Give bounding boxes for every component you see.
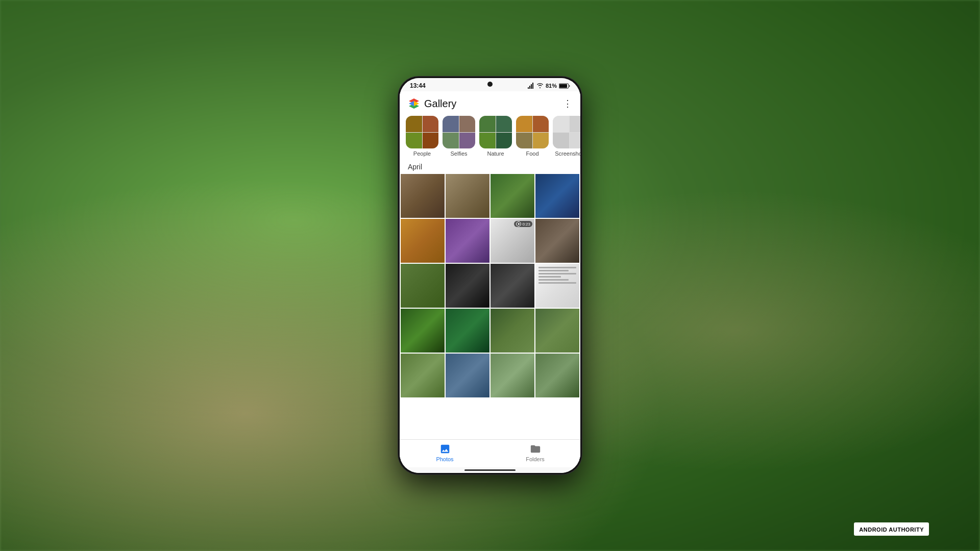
photo-cell-blackdog2[interactable] bbox=[491, 264, 534, 308]
photo-cell-blackdog[interactable] bbox=[446, 264, 489, 308]
photo-cell-food1[interactable] bbox=[401, 219, 445, 263]
signal-icon bbox=[527, 83, 534, 89]
camera-notch bbox=[487, 82, 493, 87]
home-indicator bbox=[400, 467, 580, 473]
home-bar bbox=[464, 469, 516, 471]
photo-cell-screen1[interactable] bbox=[535, 174, 579, 218]
category-screenshots[interactable]: Screenshot bbox=[553, 116, 580, 157]
grid-row-3 bbox=[401, 264, 579, 308]
gallery-logo-icon bbox=[408, 97, 420, 110]
grid-row-2: 0:23 bbox=[401, 219, 579, 263]
category-selfies-label: Selfies bbox=[450, 151, 467, 157]
status-time: 13:44 bbox=[410, 82, 426, 89]
wifi-icon bbox=[536, 83, 544, 88]
photo-cell-dog1[interactable] bbox=[401, 174, 445, 218]
photo-cell-letter[interactable] bbox=[535, 264, 579, 308]
bottom-nav: Photos Folders bbox=[400, 439, 580, 467]
folders-icon bbox=[530, 443, 541, 455]
nav-photos[interactable]: Photos bbox=[400, 443, 490, 462]
photo-cell-dog2[interactable] bbox=[446, 174, 489, 218]
svg-rect-1 bbox=[559, 84, 567, 88]
more-options-icon[interactable]: ⋮ bbox=[563, 98, 572, 109]
section-april: April bbox=[400, 161, 580, 174]
category-nature[interactable]: Nature bbox=[479, 116, 512, 157]
category-people[interactable]: People bbox=[406, 116, 438, 157]
category-nature-label: Nature bbox=[487, 151, 504, 157]
category-people-thumb bbox=[406, 116, 438, 148]
category-screenshots-thumb bbox=[553, 116, 580, 148]
app-title-area: Gallery bbox=[408, 97, 456, 110]
photos-nav-icon bbox=[439, 443, 451, 455]
folders-nav-icon bbox=[529, 443, 542, 455]
photo-cell-purple[interactable] bbox=[446, 219, 489, 263]
phone-screen: 13:44 81% bbox=[400, 78, 580, 473]
category-nature-thumb bbox=[479, 116, 512, 148]
photo-cell-dinner5[interactable] bbox=[535, 354, 579, 397]
photo-cell-catdog[interactable]: 0:23 bbox=[491, 219, 534, 263]
category-food-label: Food bbox=[526, 151, 538, 157]
app-title: Gallery bbox=[424, 98, 456, 110]
categories-row: People Selfies bbox=[400, 114, 580, 161]
phone-wrapper: 13:44 81% bbox=[398, 77, 582, 474]
photo-cell-nature1[interactable] bbox=[491, 174, 534, 218]
video-badge: 0:23 bbox=[514, 221, 532, 227]
photo-cell-boat[interactable] bbox=[446, 354, 489, 397]
category-people-label: People bbox=[413, 151, 431, 157]
watermark-text: ANDROID AUTHORITY bbox=[859, 527, 924, 533]
photo-cell-dinner3[interactable] bbox=[401, 354, 445, 397]
nav-photos-label: Photos bbox=[436, 456, 453, 462]
photo-cell-dinner4[interactable] bbox=[491, 354, 534, 397]
status-icons: 81% bbox=[527, 83, 570, 89]
grid-row-4 bbox=[401, 309, 579, 353]
video-duration: 0:23 bbox=[522, 222, 530, 227]
category-screenshots-label: Screenshot bbox=[555, 151, 580, 157]
photos-icon bbox=[439, 443, 451, 455]
photo-cell-dog3[interactable] bbox=[535, 219, 579, 263]
grid-row-1 bbox=[401, 174, 579, 218]
phone-device: 13:44 81% bbox=[398, 77, 582, 474]
photo-grid: 0:23 bbox=[400, 174, 580, 439]
category-selfies-thumb bbox=[443, 116, 475, 148]
battery-icon bbox=[559, 83, 570, 89]
photo-cell-dinner[interactable] bbox=[491, 309, 534, 353]
watermark: ANDROID AUTHORITY bbox=[854, 522, 929, 536]
category-selfies[interactable]: Selfies bbox=[443, 116, 475, 157]
photo-cell-dinner2[interactable] bbox=[535, 309, 579, 353]
category-food[interactable]: Food bbox=[516, 116, 549, 157]
nav-folders-label: Folders bbox=[526, 456, 545, 462]
battery-text: 81% bbox=[546, 83, 557, 89]
app-header: Gallery ⋮ bbox=[400, 91, 580, 114]
nav-folders[interactable]: Folders bbox=[490, 443, 580, 462]
grid-row-5 bbox=[401, 354, 579, 397]
app-content: Gallery ⋮ bbox=[400, 91, 580, 473]
photo-cell-forest[interactable] bbox=[401, 309, 445, 353]
photo-cell-monkey[interactable] bbox=[401, 264, 445, 308]
photo-cell-hair[interactable] bbox=[446, 309, 489, 353]
category-food-thumb bbox=[516, 116, 549, 148]
play-icon bbox=[516, 221, 521, 227]
